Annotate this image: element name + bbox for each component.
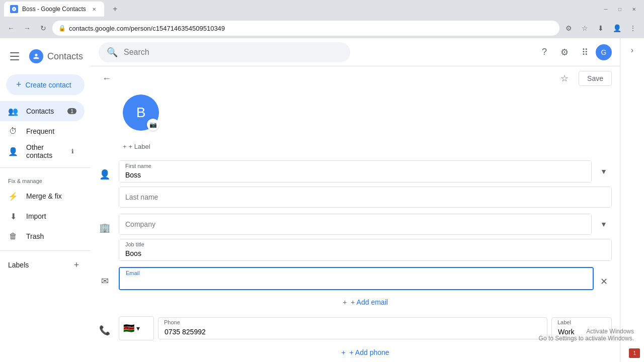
settings-icon[interactable]: ⚙	[555, 43, 574, 61]
contacts-icon: 👥	[8, 106, 18, 116]
email-label: Email	[126, 270, 140, 276]
favorite-button[interactable]: ☆	[556, 70, 573, 86]
help-icon[interactable]: ?	[535, 43, 553, 61]
contact-avatar[interactable]: B 📷	[123, 95, 159, 131]
url-text: contacts.google.com/person/c154714635450…	[69, 25, 225, 32]
search-input[interactable]	[124, 48, 342, 57]
import-label: Import	[26, 212, 76, 220]
address-bar: ← → ↻ 🔒 contacts.google.com/person/c1547…	[0, 18, 644, 38]
divider-2	[0, 250, 91, 251]
labels-section: Labels +	[0, 255, 91, 275]
first-name-label: First name	[125, 163, 151, 169]
import-icon: ⬇	[8, 211, 18, 221]
country-code-selector[interactable]: 🇰🇪 ▾	[119, 316, 154, 340]
add-phone-label: + Add phone	[350, 348, 389, 356]
add-label-chip[interactable]: + + Label	[119, 141, 154, 152]
contacts-logo-icon	[29, 49, 43, 63]
labels-title: Labels	[8, 261, 70, 269]
bookmark-icon[interactable]: ☆	[578, 21, 592, 35]
add-label-button[interactable]: +	[70, 259, 83, 271]
app-logo: Contacts	[29, 49, 83, 63]
plus-icon: +	[16, 79, 22, 90]
collapse-button[interactable]: ›	[624, 42, 640, 58]
sidebar-item-merge[interactable]: ⚡ Merge & fix	[0, 186, 85, 206]
add-email-label: + Add email	[351, 298, 388, 306]
create-contact-label: Create contact	[26, 81, 71, 89]
info-icon[interactable]: ℹ	[68, 147, 76, 155]
contacts-label: Contacts	[26, 107, 59, 115]
back-nav-button[interactable]: ←	[4, 21, 18, 35]
frequent-icon: ⏱	[8, 126, 18, 136]
user-avatar[interactable]: G	[596, 44, 612, 60]
apps-icon[interactable]: ⠿	[576, 43, 594, 61]
contacts-badge: 1	[67, 108, 76, 114]
forward-nav-button[interactable]: →	[20, 21, 34, 35]
minimize-button[interactable]: ─	[600, 3, 612, 15]
tab-close-button[interactable]: ✕	[90, 5, 98, 13]
search-bar[interactable]: 🔍	[99, 42, 350, 62]
trash-label: Trash	[26, 232, 76, 240]
fix-manage-title: Fix & manage	[0, 172, 91, 186]
person-icon: 👤	[99, 168, 111, 180]
hamburger-menu[interactable]	[8, 48, 21, 64]
add-label-row: + + Label	[91, 139, 620, 160]
other-contacts-icon: 👤	[8, 146, 18, 156]
app-container: Contacts + Create contact 👥 Contacts 1 ⏱…	[0, 38, 644, 362]
download-icon[interactable]: ⬇	[594, 21, 608, 35]
sidebar-item-other[interactable]: 👤 Other contacts ℹ	[0, 141, 85, 161]
phone-label: Phone	[164, 319, 180, 325]
notification-badge: 1	[629, 348, 640, 358]
toolbar-icons: ⚙ ☆ ⬇ 👤 ⋮	[561, 21, 640, 35]
browser-window: Boss - Google Contacts ✕ + ─ □ ✕ ← → ↻ 🔒…	[0, 0, 644, 362]
sidebar-item-contacts[interactable]: 👥 Contacts 1	[0, 101, 85, 121]
job-title-label: Job title	[125, 241, 144, 247]
title-bar: Boss - Google Contacts ✕ + ─ □ ✕	[0, 0, 644, 18]
remove-email-button[interactable]: ✕	[596, 274, 612, 290]
expand-name-button[interactable]: ▼	[596, 163, 612, 179]
sidebar-item-import[interactable]: ⬇ Import	[0, 206, 85, 226]
company-fields-group: ▼ Job title	[119, 214, 612, 261]
first-name-input[interactable]	[119, 161, 591, 182]
phone-icon: 📞	[99, 324, 111, 336]
frequent-label: Frequent	[26, 127, 76, 135]
name-field-row: 👤 First name ▼	[91, 160, 620, 208]
app-title: Contacts	[47, 51, 83, 62]
extensions-icon[interactable]: ⚙	[561, 21, 576, 35]
other-label: Other contacts	[26, 143, 60, 159]
profile-icon[interactable]: 👤	[610, 21, 624, 35]
maximize-button[interactable]: □	[614, 3, 626, 15]
phone-input[interactable]	[158, 317, 547, 339]
header-actions: ? ⚙ ⠿ G	[535, 43, 612, 61]
expand-company-button[interactable]: ▼	[596, 216, 612, 232]
trash-icon: 🗑	[8, 231, 18, 241]
sidebar-item-trash[interactable]: 🗑 Trash	[0, 226, 85, 246]
url-bar[interactable]: 🔒 contacts.google.com/person/c1547146354…	[52, 21, 559, 36]
browser-tab[interactable]: Boss - Google Contacts ✕	[4, 2, 104, 17]
back-button[interactable]: ←	[99, 70, 115, 86]
email-input[interactable]	[120, 268, 593, 289]
app-header: 🔍 ? ⚙ ⠿ G	[91, 38, 620, 66]
menu-icon[interactable]: ⋮	[626, 21, 640, 35]
create-contact-button[interactable]: + Create contact	[6, 74, 85, 95]
sidebar-item-frequent[interactable]: ⏱ Frequent	[0, 121, 85, 141]
add-phone-icon: +	[341, 348, 345, 356]
merge-icon: ⚡	[8, 191, 18, 201]
refresh-button[interactable]: ↻	[36, 21, 50, 35]
merge-label: Merge & fix	[26, 192, 76, 200]
save-button[interactable]: Save	[579, 71, 612, 86]
window-controls: ─ □ ✕	[600, 3, 640, 15]
job-title-input[interactable]	[119, 239, 611, 260]
company-icon: 🏢	[99, 222, 111, 234]
add-email-button[interactable]: + + Add email	[119, 294, 612, 310]
new-tab-button[interactable]: +	[108, 2, 122, 16]
camera-icon: 📷	[147, 119, 159, 131]
collapse-panel: ›	[620, 38, 644, 362]
last-name-input[interactable]	[119, 187, 611, 207]
add-phone-button[interactable]: + + Add phone	[119, 344, 612, 360]
sidebar-nav: 👥 Contacts 1 ⏱ Frequent 👤 Other contacts…	[0, 99, 91, 163]
name-fields-group: First name ▼	[119, 160, 612, 208]
phone-fields-group: 🇰🇪 ▾ Phone Label	[119, 316, 612, 362]
dropdown-arrow: ▾	[136, 324, 140, 332]
close-button[interactable]: ✕	[628, 3, 640, 15]
company-input[interactable]	[119, 214, 591, 234]
